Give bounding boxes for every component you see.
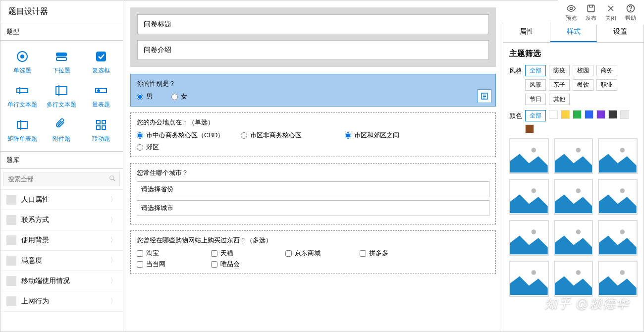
radio-option[interactable]: 市区和郊区之间 <box>345 131 434 140</box>
question-shopping-sites[interactable]: 您曾经在哪些购物网站上购买过东西？（多选） 淘宝 天猫 京东商城 拼多多 当当网… <box>130 230 496 274</box>
help-button[interactable]: 帮助 <box>622 2 639 23</box>
color-swatch[interactable] <box>585 110 593 119</box>
dropdown-icon <box>54 49 69 64</box>
canvas[interactable]: 问卷标题 问卷介绍 你的性别是？ 男 女 您的办公地点在：（单选） 市中心商务核… <box>123 0 503 332</box>
tab-properties[interactable]: 属性 <box>503 22 550 42</box>
province-select[interactable]: 请选择省份 <box>137 181 489 197</box>
checkbox-option[interactable]: 淘宝 <box>137 249 196 258</box>
svg-point-31 <box>620 189 625 193</box>
style-tag[interactable]: 防疫 <box>549 65 570 76</box>
checkbox-option[interactable]: 京东商城 <box>285 249 345 258</box>
qtype-linkage[interactable]: 联动题 <box>81 113 121 147</box>
radio-option[interactable]: 市中心商务核心区（CBD） <box>137 131 226 140</box>
svg-point-36 <box>576 270 580 275</box>
qtype-attachment[interactable]: 附件题 <box>42 113 82 147</box>
tabs: 属性 样式 设置 <box>503 22 644 43</box>
qtype-single-text[interactable]: 单行文本题 <box>2 79 42 113</box>
style-tag[interactable]: 亲子 <box>549 79 570 91</box>
lib-item[interactable]: 人口属性〉 <box>0 190 123 210</box>
color-swatch[interactable] <box>549 110 558 119</box>
svg-rect-15 <box>17 121 27 128</box>
lib-thumb-icon <box>6 296 16 306</box>
lib-item[interactable]: 使用背景〉 <box>0 230 123 251</box>
qtype-dropdown[interactable]: 下拉题 <box>42 45 82 79</box>
style-tag[interactable]: 节日 <box>525 94 546 105</box>
question-office-location[interactable]: 您的办公地点在：（单选） 市中心商务核心区（CBD） 市区非商务核心区 市区和郊… <box>130 112 496 157</box>
theme-card[interactable] <box>598 179 638 215</box>
checkbox-option[interactable]: 拼多多 <box>360 249 419 258</box>
theme-card[interactable] <box>554 220 593 256</box>
theme-card[interactable] <box>554 179 593 215</box>
style-tag[interactable]: 全部 <box>525 65 546 76</box>
checkbox-option[interactable]: 唯品会 <box>211 260 270 269</box>
theme-grid <box>509 138 638 297</box>
radio-option[interactable]: 市区非商务核心区 <box>241 131 330 140</box>
style-tag[interactable]: 职业 <box>596 79 617 91</box>
survey-title-input[interactable]: 问卷标题 <box>137 14 489 34</box>
color-swatch[interactable] <box>608 110 617 119</box>
theme-card[interactable] <box>509 261 549 296</box>
checkbox-option[interactable]: 当当网 <box>137 260 196 269</box>
qtype-matrix[interactable]: 矩阵单表题 <box>2 113 42 147</box>
preview-label: 预览 <box>566 14 577 22</box>
eye-icon <box>566 3 577 14</box>
help-label: 帮助 <box>625 14 636 22</box>
qtype-radio[interactable]: 单选题 <box>2 45 42 79</box>
svg-rect-17 <box>97 120 100 124</box>
question-settings-button[interactable] <box>478 89 491 103</box>
lib-item[interactable]: 上网行为〉 <box>0 291 123 312</box>
theme-card[interactable] <box>598 138 638 174</box>
svg-point-27 <box>576 148 580 152</box>
theme-card[interactable] <box>554 261 593 296</box>
theme-card[interactable] <box>598 220 638 256</box>
color-swatch[interactable] <box>525 124 534 133</box>
question-gender[interactable]: 你的性别是？ 男 女 <box>130 74 496 107</box>
color-swatch[interactable] <box>573 110 582 119</box>
city-select[interactable]: 请选择城市 <box>137 200 489 216</box>
publish-button[interactable]: 发布 <box>583 2 599 23</box>
qtype-scale[interactable]: 量表题 <box>81 79 121 113</box>
lib-item[interactable]: 移动端使用情况〉 <box>0 271 123 291</box>
color-all-tag[interactable]: 全部 <box>525 110 546 121</box>
style-tag[interactable]: 餐饮 <box>573 79 593 91</box>
theme-card[interactable] <box>598 261 638 296</box>
style-tag[interactable]: 商务 <box>596 65 617 76</box>
svg-point-28 <box>620 148 625 152</box>
style-filter-label: 风格 <box>509 65 525 75</box>
qtype-checkbox[interactable]: 复选框 <box>81 45 121 79</box>
question-city[interactable]: 您常住哪个城市？ 请选择省份 请选择城市 <box>130 163 496 224</box>
svg-rect-6 <box>56 53 66 56</box>
svg-point-33 <box>576 229 580 234</box>
radio-option[interactable]: 郊区 <box>137 143 226 152</box>
style-tag[interactable]: 其他 <box>549 94 570 105</box>
question-title: 您的办公地点在：（单选） <box>137 118 489 127</box>
radio-icon <box>14 49 30 64</box>
lib-item[interactable]: 联系方式〉 <box>0 210 123 230</box>
chevron-right-icon: 〉 <box>110 236 117 245</box>
color-swatch[interactable] <box>596 110 605 119</box>
checkbox-option[interactable]: 天猫 <box>211 249 270 258</box>
tab-style[interactable]: 样式 <box>550 22 597 42</box>
style-tag[interactable]: 校园 <box>573 65 593 76</box>
color-swatch[interactable] <box>561 110 570 119</box>
theme-card[interactable] <box>509 220 549 256</box>
theme-card[interactable] <box>554 138 593 174</box>
lib-item[interactable]: 满意度〉 <box>0 251 123 271</box>
theme-card[interactable] <box>509 179 549 215</box>
survey-intro-input[interactable]: 问卷介绍 <box>137 40 489 60</box>
search-input[interactable] <box>3 172 120 186</box>
color-swatch[interactable] <box>620 110 629 119</box>
theme-card[interactable] <box>509 138 549 174</box>
tab-settings[interactable]: 设置 <box>597 22 644 42</box>
color-filter-label: 颜色 <box>509 110 525 120</box>
style-tag[interactable]: 风景 <box>525 79 546 91</box>
svg-rect-8 <box>96 52 106 61</box>
lib-thumb-icon <box>6 235 16 245</box>
close-button[interactable]: 关闭 <box>602 2 619 23</box>
radio-option[interactable]: 女 <box>171 92 191 101</box>
preview-button[interactable]: 预览 <box>563 2 580 23</box>
radio-option[interactable]: 男 <box>137 92 157 101</box>
search-box <box>0 169 123 190</box>
svg-rect-18 <box>102 120 106 124</box>
qtype-multi-text[interactable]: 多行文本题 <box>42 79 82 113</box>
